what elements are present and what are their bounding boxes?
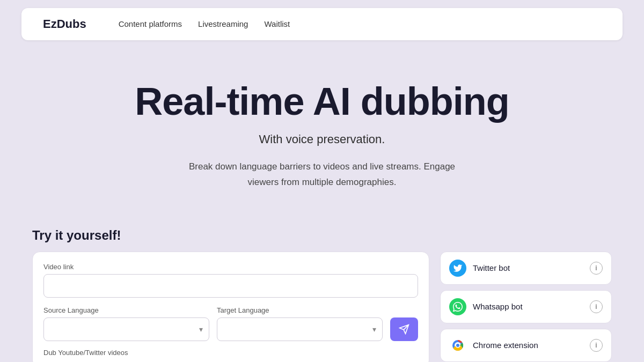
- twitter-bot-card[interactable]: Twitter bot i: [440, 252, 612, 285]
- dub-label: Dub Youtube/Twitter videos: [43, 349, 418, 357]
- chrome-extension-info-button[interactable]: i: [590, 339, 603, 352]
- twitter-bot-left: Twitter bot: [449, 260, 510, 277]
- svg-point-6: [456, 344, 459, 347]
- try-section: Try it yourself! Video link Source Langu…: [0, 217, 644, 362]
- send-icon: [399, 324, 409, 335]
- chrome-icon: [449, 337, 466, 354]
- chrome-logo-icon: [449, 337, 466, 354]
- submit-button[interactable]: [390, 317, 418, 341]
- target-language-select-wrapper: [217, 317, 383, 341]
- left-panel: Video link Source Language Target Langua…: [32, 252, 429, 362]
- hero-title: Real-time AI dubbing: [11, 80, 633, 123]
- chrome-extension-card[interactable]: Chrome extension i: [440, 329, 612, 362]
- source-language-select-wrapper: [43, 317, 209, 341]
- target-language-label: Target Language: [217, 306, 383, 314]
- nav-item-waitlist[interactable]: Waitlist: [264, 19, 290, 29]
- twitter-icon: [449, 260, 466, 277]
- video-link-input[interactable]: [43, 274, 418, 298]
- logo: EzDubs: [43, 17, 86, 31]
- chrome-extension-name: Chrome extension: [473, 341, 538, 350]
- source-language-select[interactable]: [43, 317, 209, 341]
- twitter-bot-info-button[interactable]: i: [590, 262, 603, 275]
- hero-description: Break down language barriers to videos a…: [174, 159, 470, 190]
- hero-subtitle: With voice preservation.: [11, 132, 633, 146]
- navbar: EzDubs Content platforms Livestreaming W…: [21, 8, 623, 40]
- target-language-select[interactable]: [217, 317, 383, 341]
- source-language-label: Source Language: [43, 306, 209, 314]
- twitter-bot-name: Twitter bot: [473, 263, 510, 272]
- whatsapp-bot-card[interactable]: Whatsapp bot i: [440, 290, 612, 323]
- hero-section: Real-time AI dubbing With voice preserva…: [0, 48, 644, 217]
- try-grid: Video link Source Language Target Langua…: [32, 252, 612, 362]
- whatsapp-bot-name: Whatsapp bot: [473, 302, 523, 311]
- whatsapp-bot-info-button[interactable]: i: [590, 300, 603, 313]
- video-link-label: Video link: [43, 263, 418, 271]
- nav-link-content-platforms[interactable]: Content platforms: [119, 19, 182, 28]
- nav-link-livestreaming[interactable]: Livestreaming: [198, 19, 248, 28]
- source-language-group: Source Language: [43, 306, 209, 341]
- nav-item-content-platforms[interactable]: Content platforms: [119, 19, 182, 29]
- chrome-extension-left: Chrome extension: [449, 337, 538, 354]
- try-title: Try it yourself!: [32, 228, 612, 243]
- whatsapp-icon: [449, 298, 466, 315]
- right-panel: Twitter bot i Whatsapp bot i: [440, 252, 612, 362]
- whatsapp-bot-left: Whatsapp bot: [449, 298, 523, 315]
- selects-row: Source Language Target Language: [43, 306, 418, 341]
- nav-item-livestreaming[interactable]: Livestreaming: [198, 19, 248, 29]
- target-language-group: Target Language: [217, 306, 383, 341]
- nav-link-waitlist[interactable]: Waitlist: [264, 19, 290, 28]
- nav-links: Content platforms Livestreaming Waitlist: [119, 19, 290, 29]
